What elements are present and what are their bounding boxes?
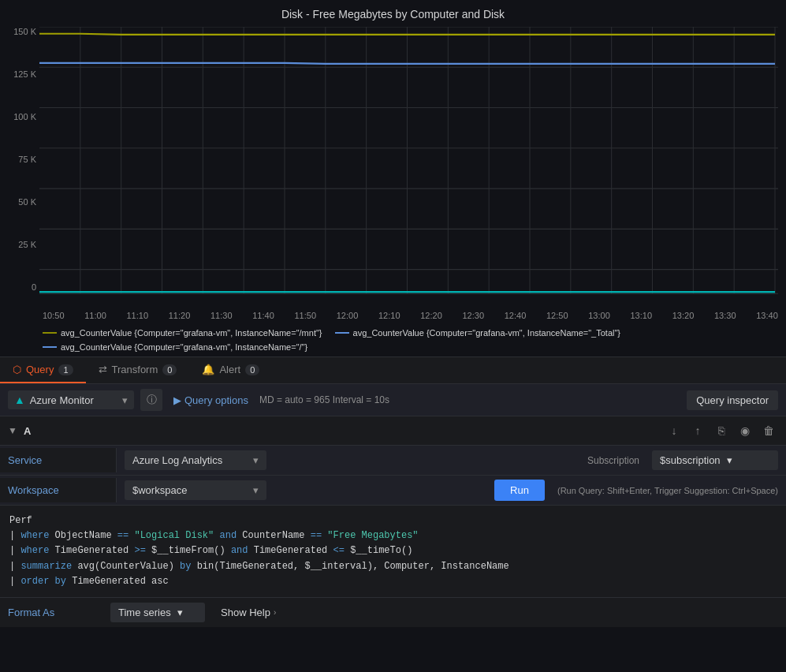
x-axis-label: 12:00 xyxy=(337,311,359,320)
subscription-label: Subscription xyxy=(587,455,639,466)
x-axis-label: 13:00 xyxy=(588,311,610,320)
x-axis-label: 13:20 xyxy=(672,311,695,320)
y-axis-label: 0 xyxy=(8,282,36,292)
run-hint: (Run Query: Shift+Enter, Trigger Suggest… xyxy=(557,486,778,495)
y-axis-label: 75 K xyxy=(8,155,36,164)
x-axis-label: 11:00 xyxy=(84,311,106,320)
tab-transform[interactable]: ⇄ Transform 0 xyxy=(86,357,190,383)
legend-label: avg_CounterValue {Computer="grafana-vm",… xyxy=(353,328,621,338)
tab-alert-label: Alert xyxy=(219,364,240,375)
y-axis-label: 50 K xyxy=(8,197,36,207)
tab-query[interactable]: ⬡ Query 1 xyxy=(0,357,86,383)
chevron-right-icon: ▶ xyxy=(173,394,181,406)
y-axis: 150 K125 K100 K75 K50 K25 K0 xyxy=(8,27,39,311)
chart-container: Disk - Free Megabytes by Computer and Di… xyxy=(0,0,786,357)
service-select[interactable]: Azure Log Analytics ▾ xyxy=(125,450,266,470)
delete-icon[interactable]: 🗑 xyxy=(759,421,778,440)
x-axis-label: 13:40 xyxy=(756,311,778,320)
subscription-select[interactable]: $subscription ▾ xyxy=(652,450,778,470)
tab-query-badge: 1 xyxy=(58,364,73,375)
main-container: Disk - Free Megabytes by Computer and Di… xyxy=(0,0,786,627)
workspace-select[interactable]: $workspace ▾ xyxy=(125,480,266,500)
legend-line-icon xyxy=(43,346,57,348)
query-panel: ▼ A ↓ ↑ ⎘ ◉ 🗑 Service Azure Log Analytic… xyxy=(0,416,786,627)
azure-monitor-icon: ▲ xyxy=(14,394,25,406)
x-axis-label: 13:30 xyxy=(714,311,736,320)
collapse-button[interactable]: ▼ xyxy=(8,425,17,436)
tab-query-label: Query xyxy=(26,364,54,375)
service-input: Azure Log Analytics ▾ xyxy=(117,446,579,475)
bottom-bar: Format As Time series ▾ Show Help › xyxy=(0,597,786,627)
x-axis-label: 12:50 xyxy=(546,311,568,320)
legend-label: avg_CounterValue {Computer="grafana-vm",… xyxy=(61,328,322,338)
query-icon: ⬡ xyxy=(13,364,21,375)
workspace-input: $workspace ▾ xyxy=(117,476,486,505)
eye-icon[interactable]: ◉ xyxy=(736,421,754,440)
svg-marker-26 xyxy=(39,292,775,293)
y-axis-label: 125 K xyxy=(8,69,36,79)
move-down-icon[interactable]: ↓ xyxy=(665,421,684,440)
y-axis-label: 150 K xyxy=(8,27,36,36)
x-axis-label: 13:10 xyxy=(631,311,653,320)
workspace-label: Workspace xyxy=(0,478,117,502)
tabs-bar: ⬡ Query 1 ⇄ Transform 0 🔔 Alert 0 xyxy=(0,357,786,384)
alert-icon: 🔔 xyxy=(202,364,214,375)
legend-label: avg_CounterValue {Computer="grafana-vm",… xyxy=(61,342,307,352)
x-axis-label: 12:40 xyxy=(505,311,527,320)
query-toolbar: ▲ Azure Monitor ▾ ⓘ ▶ Query options MD =… xyxy=(0,384,786,416)
legend-line-icon xyxy=(43,332,57,334)
chart-svg xyxy=(39,27,778,311)
query-inspector-button[interactable]: Query inspector xyxy=(687,390,778,410)
show-help-label: Show Help xyxy=(221,607,270,618)
x-axis-label: 12:30 xyxy=(463,311,485,320)
chart-legend: avg_CounterValue {Computer="grafana-vm",… xyxy=(8,323,778,357)
workspace-value: $workspace xyxy=(132,484,187,496)
query-panel-label: A xyxy=(24,425,31,437)
tab-alert-badge: 0 xyxy=(245,364,259,375)
legend-item: avg_CounterValue {Computer="grafana-vm",… xyxy=(43,328,322,338)
format-chevron-icon: ▾ xyxy=(177,607,183,618)
format-select[interactable]: Time series ▾ xyxy=(110,603,205,622)
datasource-select[interactable]: ▲ Azure Monitor ▾ xyxy=(8,390,134,409)
service-chevron-icon: ▾ xyxy=(253,454,259,466)
x-axis-label: 12:20 xyxy=(420,311,442,320)
move-up-icon[interactable]: ↑ xyxy=(688,421,707,440)
query-editor[interactable]: Perf | where ObjectName == "Logical Disk… xyxy=(0,506,786,597)
query-options-label: Query options xyxy=(184,394,248,406)
query-options-info: MD = auto = 965 Interval = 10s xyxy=(259,394,680,405)
legend-item: avg_CounterValue {Computer="grafana-vm",… xyxy=(335,328,621,338)
tab-transform-label: Transform xyxy=(112,364,158,375)
x-axis: 10:5011:0011:1011:2011:3011:4011:5012:00… xyxy=(8,311,778,323)
query-options-button[interactable]: ▶ Query options xyxy=(169,391,253,409)
service-value: Azure Log Analytics xyxy=(132,454,222,466)
x-axis-label: 12:10 xyxy=(378,311,400,320)
datasource-chevron-icon: ▾ xyxy=(122,394,128,406)
x-axis-label: 11:40 xyxy=(252,311,274,320)
panel-action-icons: ↓ ↑ ⎘ ◉ 🗑 xyxy=(665,421,778,440)
chart-title: Disk - Free Megabytes by Computer and Di… xyxy=(8,8,778,21)
format-as-label: Format As xyxy=(8,607,110,618)
subscription-value: $subscription xyxy=(660,454,721,466)
legend-line-icon xyxy=(335,332,349,334)
tab-alert[interactable]: 🔔 Alert 0 xyxy=(189,357,272,383)
x-axis-label: 11:10 xyxy=(127,311,149,320)
run-button[interactable]: Run xyxy=(494,480,545,501)
tab-transform-badge: 0 xyxy=(162,364,177,375)
chart-wrap: 150 K125 K100 K75 K50 K25 K0 xyxy=(8,27,778,311)
subscription-chevron-icon: ▾ xyxy=(727,454,732,466)
service-label: Service xyxy=(0,448,117,472)
x-axis-label: 11:50 xyxy=(295,311,317,320)
show-help-button[interactable]: Show Help › xyxy=(214,603,282,622)
copy-icon[interactable]: ⎘ xyxy=(712,421,731,440)
workspace-chevron-icon: ▾ xyxy=(253,484,259,496)
workspace-row: Workspace $workspace ▾ Run (Run Query: S… xyxy=(0,476,786,506)
datasource-name: Azure Monitor xyxy=(30,394,94,406)
y-axis-label: 100 K xyxy=(8,112,36,121)
chart-svg-area xyxy=(39,27,778,311)
service-row: Service Azure Log Analytics ▾ Subscripti… xyxy=(0,446,786,476)
info-button[interactable]: ⓘ xyxy=(140,389,162,411)
help-chevron-icon: › xyxy=(274,608,276,617)
y-axis-label: 25 K xyxy=(8,240,36,249)
transform-icon: ⇄ xyxy=(99,364,107,375)
query-panel-header: ▼ A ↓ ↑ ⎘ ◉ 🗑 xyxy=(0,416,786,446)
